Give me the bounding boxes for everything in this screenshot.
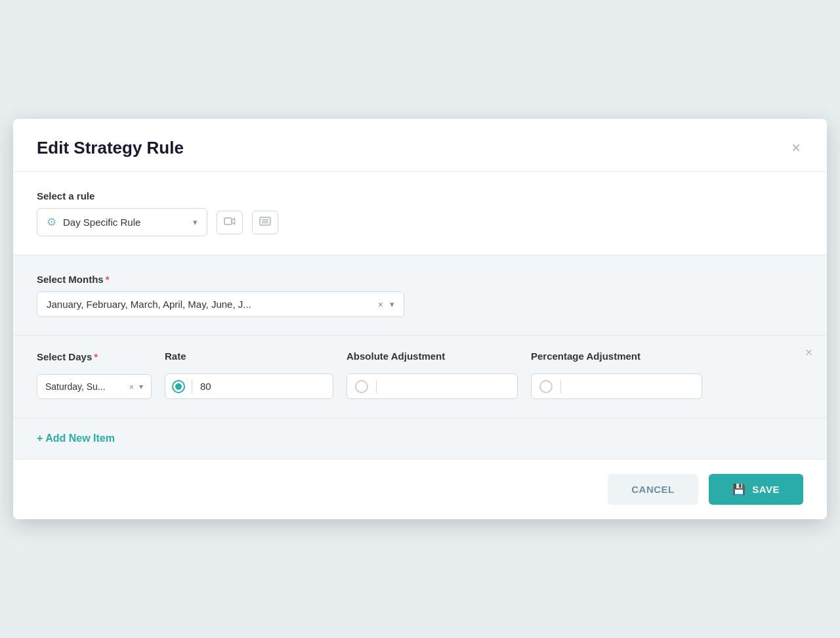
rate-radio-button[interactable] <box>172 380 185 393</box>
video-icon-button[interactable] <box>217 211 243 234</box>
months-selected-value: January, February, March, April, May, Ju… <box>47 299 371 310</box>
list-icon-button[interactable] <box>252 211 278 234</box>
absolute-radio-cell <box>347 380 377 393</box>
save-label: SAVE <box>752 484 780 495</box>
percentage-input[interactable] <box>561 374 702 398</box>
rule-select-row: ⚙ Day Specific Rule ▾ <box>37 208 803 236</box>
add-item-section: + Add New Item <box>13 417 827 459</box>
percentage-field-group: Percentage Adjustment <box>531 351 702 399</box>
months-label: Select Months* <box>37 274 803 285</box>
svg-rect-0 <box>224 218 232 224</box>
close-icon: × <box>805 345 812 359</box>
video-icon <box>224 216 236 229</box>
rate-radio-cell <box>165 380 192 393</box>
percentage-radio-cell <box>532 380 561 393</box>
rate-input-row <box>165 373 333 399</box>
months-select[interactable]: January, February, March, April, May, Ju… <box>37 291 404 317</box>
rate-label: Rate <box>165 351 333 362</box>
modal-footer: CANCEL 💾 SAVE <box>13 459 827 519</box>
clear-days-icon[interactable]: × <box>129 382 134 392</box>
days-selected-value: Saturday, Su... <box>45 381 123 392</box>
list-icon <box>259 216 271 229</box>
rule-select-value: Day Specific Rule <box>63 217 186 228</box>
close-button[interactable]: × <box>789 137 803 158</box>
chevron-down-icon: ▾ <box>390 299 394 309</box>
days-rate-section: × Select Days* Saturday, Su... × ▾ Rate <box>13 336 827 417</box>
days-label: Select Days* <box>37 351 152 362</box>
chevron-down-icon: ▾ <box>139 382 143 391</box>
rule-label: Select a rule <box>37 190 803 202</box>
days-select[interactable]: Saturday, Su... × ▾ <box>37 374 152 399</box>
add-new-item-button[interactable]: + Add New Item <box>37 433 115 444</box>
percentage-radio-button[interactable] <box>539 380 553 393</box>
save-button[interactable]: 💾 SAVE <box>709 474 803 505</box>
percentage-label: Percentage Adjustment <box>531 351 702 362</box>
absolute-radio-button[interactable] <box>355 380 368 393</box>
gear-icon: ⚙ <box>47 215 56 229</box>
chevron-down-icon: ▾ <box>193 217 198 227</box>
rate-input[interactable] <box>192 374 333 398</box>
fields-row: Select Days* Saturday, Su... × ▾ Rate <box>37 351 803 399</box>
percentage-input-row <box>531 373 702 399</box>
absolute-field-group: Absolute Adjustment <box>346 351 518 399</box>
save-icon: 💾 <box>732 483 746 496</box>
required-star: * <box>94 351 98 362</box>
cancel-button[interactable]: CANCEL <box>608 474 698 505</box>
edit-strategy-rule-modal: Edit Strategy Rule × Select a rule ⚙ Day… <box>13 119 827 519</box>
modal-title: Edit Strategy Rule <box>37 138 184 158</box>
absolute-input-row <box>346 373 518 399</box>
rule-select[interactable]: ⚙ Day Specific Rule ▾ <box>37 208 207 236</box>
months-section: Select Months* January, February, March,… <box>13 255 827 335</box>
rate-field-group: Rate <box>165 351 333 399</box>
required-star: * <box>106 274 110 285</box>
row-close-button[interactable]: × <box>805 345 812 360</box>
clear-months-icon[interactable]: × <box>378 299 383 310</box>
absolute-label: Absolute Adjustment <box>346 351 518 362</box>
modal-header: Edit Strategy Rule × <box>13 119 827 172</box>
days-field-group: Select Days* Saturday, Su... × ▾ <box>37 351 152 399</box>
absolute-input[interactable] <box>377 374 517 398</box>
rule-section: Select a rule ⚙ Day Specific Rule ▾ <box>13 172 827 255</box>
